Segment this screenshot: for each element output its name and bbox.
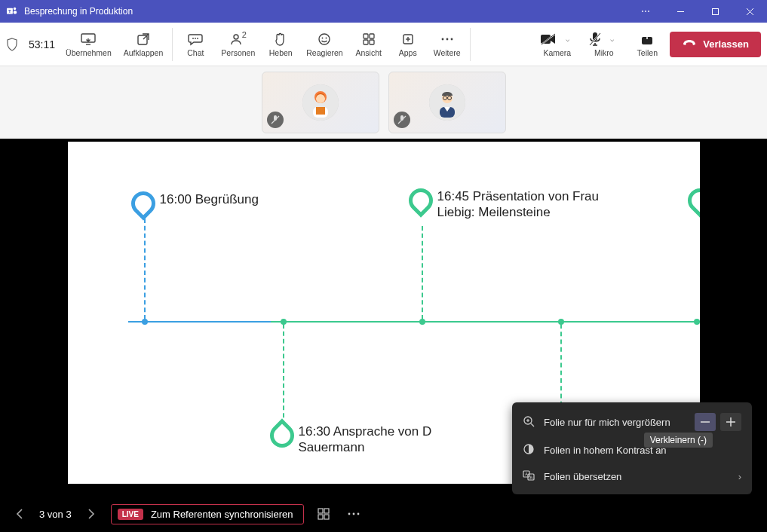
prev-slide-button[interactable] bbox=[9, 503, 30, 524]
mic-muted-icon bbox=[394, 112, 410, 128]
people-button[interactable]: 2 Personen bbox=[215, 26, 261, 63]
share-button[interactable]: Teilen bbox=[627, 26, 667, 63]
takeover-button[interactable]: Übernehmen bbox=[60, 26, 118, 63]
zoom-for-me-row[interactable]: Folie nur für mich vergrößern bbox=[512, 407, 752, 437]
svg-point-39 bbox=[316, 94, 325, 103]
react-button[interactable]: Reagieren bbox=[300, 26, 348, 63]
share-label: Teilen bbox=[637, 48, 658, 57]
camera-off-icon bbox=[540, 32, 557, 47]
sync-label: Zum Referenten synchronisieren bbox=[151, 509, 293, 520]
svg-rect-64 bbox=[318, 509, 323, 513]
event-label: 16:30 Ansprache von D Sauermann bbox=[299, 423, 495, 456]
raise-label: Heben bbox=[269, 48, 293, 57]
more-options-button[interactable] bbox=[343, 503, 364, 524]
map-pin-icon bbox=[126, 186, 160, 220]
people-icon: 2 bbox=[231, 32, 246, 47]
sync-to-presenter-button[interactable]: LIVE Zum Referenten synchronisieren bbox=[111, 504, 305, 524]
timeline-connector bbox=[144, 219, 146, 320]
raise-hand-button[interactable]: Heben bbox=[261, 26, 300, 63]
mic-off-icon bbox=[589, 32, 601, 47]
takeover-icon bbox=[80, 32, 97, 47]
contrast-icon bbox=[523, 443, 535, 457]
timeline-event bbox=[688, 188, 700, 212]
svg-rect-20 bbox=[364, 40, 368, 44]
translate-label: Folien übersetzen bbox=[544, 471, 621, 482]
slide-counter: 3 von 3 bbox=[39, 509, 72, 520]
teams-logo-icon: T bbox=[6, 5, 18, 17]
mic-caret-button[interactable]: ⌵ bbox=[606, 35, 618, 43]
svg-point-15 bbox=[319, 34, 330, 44]
svg-rect-66 bbox=[318, 515, 323, 519]
camera-label: Kamera bbox=[543, 48, 571, 57]
zoom-in-button[interactable] bbox=[720, 413, 741, 431]
svg-rect-3 bbox=[14, 11, 17, 14]
apps-button[interactable]: Apps bbox=[388, 26, 428, 63]
people-count: 2 bbox=[242, 30, 247, 39]
raise-hand-icon bbox=[274, 32, 287, 47]
map-pin-icon bbox=[683, 183, 700, 217]
live-badge: LIVE bbox=[118, 509, 143, 520]
map-pin-icon bbox=[403, 183, 437, 217]
camera-button[interactable]: ⌵ Kamera bbox=[534, 26, 580, 63]
event-label: 16:00 Begrüßung bbox=[160, 191, 259, 207]
svg-rect-67 bbox=[324, 515, 329, 519]
svg-point-13 bbox=[197, 38, 198, 39]
translate-row[interactable]: Aあ Folien übersetzen › bbox=[512, 463, 752, 490]
event-label: 16:45 Präsentation von Frau Liebig: Meil… bbox=[437, 188, 634, 221]
camera-caret-button[interactable]: ⌵ bbox=[561, 35, 574, 43]
mic-label: Mikro bbox=[594, 48, 614, 57]
view-button[interactable]: Ansicht bbox=[349, 26, 388, 63]
participant-tile[interactable] bbox=[262, 72, 379, 133]
popout-icon bbox=[137, 32, 150, 47]
svg-rect-18 bbox=[364, 34, 368, 38]
svg-point-17 bbox=[326, 37, 327, 38]
participant-tile[interactable] bbox=[388, 72, 506, 133]
more-button[interactable]: Weitere bbox=[428, 26, 467, 63]
shield-icon bbox=[6, 38, 20, 51]
people-label: Personen bbox=[221, 48, 255, 57]
next-slide-button[interactable] bbox=[81, 503, 102, 524]
mic-button[interactable]: ⌵ Mikro bbox=[583, 26, 624, 63]
timeline-connector bbox=[283, 324, 284, 425]
apps-label: Apps bbox=[399, 48, 417, 57]
svg-text:T: T bbox=[8, 8, 11, 14]
chat-button[interactable]: Chat bbox=[176, 26, 215, 63]
contrast-label: Folien in hohem Kontrast an bbox=[544, 445, 667, 456]
timeline-event: 16:45 Präsentation von Frau Liebig: Meil… bbox=[409, 188, 634, 221]
timeline-connector bbox=[422, 226, 423, 320]
translate-icon: Aあ bbox=[523, 469, 535, 484]
leave-button[interactable]: Verlassen bbox=[670, 32, 761, 57]
window-minimize-button[interactable] bbox=[663, 0, 698, 23]
zoom-out-button[interactable] bbox=[695, 413, 716, 431]
view-icon bbox=[362, 32, 376, 47]
react-label: Reagieren bbox=[306, 48, 342, 57]
more-label: Weitere bbox=[434, 48, 461, 57]
svg-rect-65 bbox=[324, 509, 329, 513]
zoom-icon bbox=[523, 415, 535, 430]
more-icon bbox=[440, 32, 454, 47]
popout-button[interactable]: Aufklappen bbox=[118, 26, 170, 63]
toolbar-divider bbox=[172, 28, 173, 61]
zoom-label: Folie nur für mich vergrößern bbox=[544, 417, 670, 428]
svg-point-11 bbox=[192, 38, 194, 39]
toolbar-divider bbox=[470, 28, 471, 61]
chat-icon bbox=[188, 32, 203, 47]
window-close-button[interactable] bbox=[732, 0, 767, 23]
high-contrast-row[interactable]: Folien in hohem Kontrast an bbox=[512, 437, 752, 463]
map-pin-icon bbox=[265, 418, 299, 452]
window-more-button[interactable]: ⋯ bbox=[628, 0, 663, 23]
avatar bbox=[302, 84, 339, 121]
grid-view-button[interactable] bbox=[313, 503, 334, 524]
svg-point-26 bbox=[446, 38, 448, 40]
chat-label: Chat bbox=[187, 48, 204, 57]
timeline-tick bbox=[142, 319, 148, 325]
svg-point-12 bbox=[195, 38, 196, 39]
leave-label: Verlassen bbox=[703, 38, 749, 50]
window-maximize-button[interactable] bbox=[698, 0, 732, 23]
svg-text:あ: あ bbox=[529, 475, 533, 479]
meeting-toolbar: 53:11 Übernehmen Aufklappen Chat 2 Perso… bbox=[0, 23, 767, 66]
timeline-event: 16:30 Ansprache von D Sauermann bbox=[270, 423, 495, 456]
apps-icon bbox=[401, 32, 415, 47]
window-title: Besprechung in Produktion bbox=[24, 6, 133, 17]
window-titlebar: T Besprechung in Produktion ⋯ bbox=[0, 0, 767, 23]
